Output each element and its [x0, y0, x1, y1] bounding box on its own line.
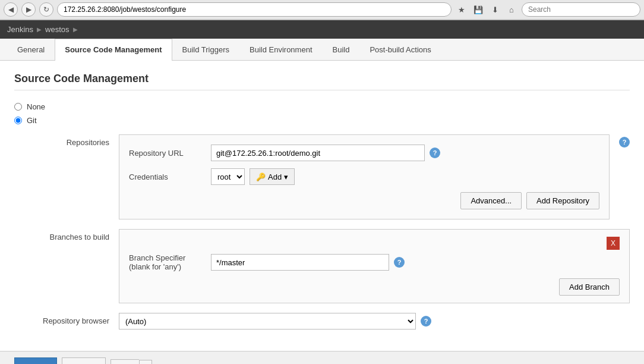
tabs-bar: General Source Code Management Build Tri… [0, 39, 644, 61]
search-input[interactable] [522, 2, 640, 17]
tab-post-build-actions[interactable]: Post-build Actions [359, 39, 441, 60]
repo-url-help-icon[interactable]: ? [430, 148, 440, 158]
repo-url-input[interactable] [211, 145, 425, 161]
key-icon: 🔑 [256, 172, 266, 181]
section-title: Source Code Management [14, 73, 630, 90]
apply-button[interactable]: Apply [62, 357, 106, 364]
branch-specifier-help-icon[interactable]: ? [394, 257, 405, 268]
tab-build[interactable]: Build [323, 39, 360, 60]
main-content: Source Code Management None Git Reposito… [0, 61, 644, 351]
browser-toolbar: ◀ ▶ ↻ ★ 💾 ⬇ ⌂ [0, 0, 644, 20]
x-btn-container: X [129, 237, 620, 250]
tab-general[interactable]: General [7, 39, 55, 60]
bookmark-icon[interactable]: ★ [455, 3, 468, 16]
repo-url-row: Repository URL ? [129, 145, 599, 161]
git-label: Git [27, 116, 37, 125]
branches-label: Branches to build [14, 229, 109, 303]
repositories-content: Repository URL ? Credentials root 🔑 Add … [119, 134, 610, 219]
breadcrumb-westos[interactable]: westos [45, 25, 69, 34]
repo-browser-content: (Auto) ? [119, 313, 630, 330]
forward-button[interactable]: ▶ [21, 2, 36, 17]
add-credential-button[interactable]: 🔑 Add ▾ [250, 168, 295, 185]
breadcrumb: Jenkins ▶ westos ▶ [0, 20, 644, 39]
remove-branch-button[interactable]: X [607, 237, 620, 250]
tab-build-environment[interactable]: Build Environment [239, 39, 323, 60]
branch-specifier-label: Branch Specifier (blank for 'any') [129, 253, 206, 271]
save-page-icon[interactable]: 💾 [472, 3, 485, 16]
advanced-button[interactable]: Advanced... [460, 192, 522, 209]
download-icon[interactable]: ⬇ [488, 3, 501, 16]
back-button[interactable]: ◀ [4, 2, 18, 17]
branch-specifier-input[interactable] [211, 254, 389, 271]
url-bar[interactable] [57, 2, 452, 17]
repositories-box: Repository URL ? Credentials root 🔑 Add … [119, 134, 610, 219]
none-option[interactable]: None [14, 102, 630, 111]
repo-browser-help-icon[interactable]: ? [421, 316, 431, 327]
repo-browser-row: (Auto) ? [119, 313, 630, 330]
add-btn-group: Add ▾ [111, 359, 152, 364]
branches-section: Branches to build X Branch Specifier (bl… [14, 229, 630, 303]
repo-browser-label: Repository browser [14, 313, 109, 330]
none-radio[interactable] [14, 103, 22, 111]
repositories-label: Repositories [14, 134, 109, 219]
branches-content: X Branch Specifier (blank for 'any') ? A… [119, 229, 630, 303]
breadcrumb-jenkins[interactable]: Jenkins [7, 25, 33, 34]
tab-build-triggers[interactable]: Build Triggers [172, 39, 239, 60]
browser-chrome: ◀ ▶ ↻ ★ 💾 ⬇ ⌂ [0, 0, 644, 20]
branches-box: X Branch Specifier (blank for 'any') ? A… [119, 229, 630, 303]
add-dropdown-arrow: ▾ [284, 172, 288, 181]
repositories-help-icon[interactable]: ? [619, 137, 630, 148]
repositories-section: Repositories Repository URL ? Credential… [14, 134, 630, 219]
git-radio[interactable] [14, 117, 22, 124]
scm-radio-group: None Git [14, 102, 630, 125]
add-main-button[interactable]: Add [111, 359, 139, 364]
repo-browser-select[interactable]: (Auto) [119, 313, 416, 330]
branch-specifier-row: Branch Specifier (blank for 'any') ? [129, 253, 620, 271]
add-credential-label: Add [268, 172, 282, 181]
credentials-row: Credentials root 🔑 Add ▾ [129, 168, 599, 185]
repo-actions: Add Repository Advanced... [129, 192, 599, 209]
save-button[interactable]: Save [14, 357, 57, 364]
breadcrumb-sep1: ▶ [37, 26, 42, 33]
breadcrumb-sep2: ▶ [73, 26, 78, 33]
add-dropdown-button[interactable]: ▾ [139, 360, 152, 364]
reload-button[interactable]: ↻ [39, 2, 53, 17]
git-option[interactable]: Git [14, 116, 630, 125]
home-icon[interactable]: ⌂ [505, 3, 518, 16]
add-branch-button[interactable]: Add Branch [559, 278, 620, 296]
repo-url-label: Repository URL [129, 149, 206, 158]
credentials-select[interactable]: root [211, 168, 245, 185]
repo-browser-section: Repository browser (Auto) ? [14, 313, 630, 330]
bottom-bar: Save Apply Add ▾ [0, 351, 644, 364]
none-label: None [27, 102, 45, 111]
add-repository-button[interactable]: Add Repository [526, 192, 599, 209]
tab-source-code-management[interactable]: Source Code Management [55, 39, 172, 61]
credentials-label: Credentials [129, 172, 206, 181]
